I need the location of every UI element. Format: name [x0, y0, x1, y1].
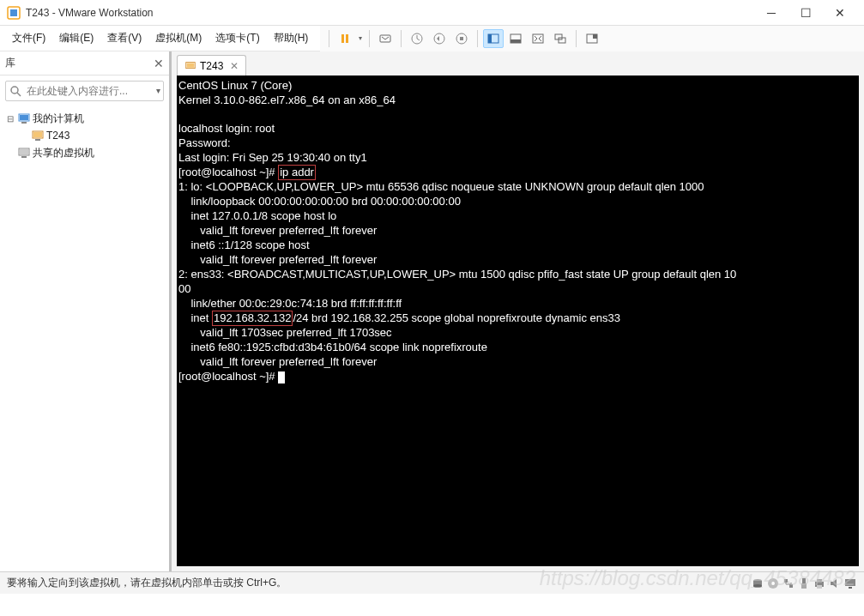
- twisty-icon: ⊟: [5, 114, 15, 124]
- thumbnail-button[interactable]: [582, 29, 602, 48]
- app-icon: [7, 6, 21, 20]
- svg-rect-38: [802, 578, 806, 583]
- svg-point-35: [771, 582, 775, 585]
- tree-label: 共享的虚拟机: [33, 146, 94, 160]
- svg-rect-41: [817, 579, 822, 583]
- svg-line-19: [17, 93, 21, 96]
- stretch-button[interactable]: [505, 29, 526, 48]
- shared-icon: [17, 146, 31, 160]
- sidebar-title: 库: [5, 56, 15, 70]
- svg-rect-12: [511, 39, 521, 43]
- svg-rect-44: [849, 587, 852, 589]
- menu-file[interactable]: 文件(F): [5, 28, 52, 48]
- status-device-icons: [751, 577, 857, 590]
- computer-icon: [17, 112, 31, 125]
- manage-snapshot-button[interactable]: [451, 29, 472, 48]
- terminal[interactable]: CentOS Linux 7 (Core) Kernel 3.10.0-862.…: [177, 75, 859, 566]
- svg-rect-30: [187, 63, 195, 67]
- menu-help[interactable]: 帮助(H): [267, 28, 316, 48]
- network-icon[interactable]: [782, 577, 795, 590]
- menu-edit[interactable]: 编辑(E): [52, 28, 100, 48]
- svg-rect-25: [35, 139, 40, 141]
- svg-rect-39: [801, 583, 807, 589]
- disk-icon[interactable]: [751, 577, 764, 590]
- svg-rect-22: [21, 122, 27, 124]
- svg-rect-2: [341, 34, 344, 43]
- sidebar-close-button[interactable]: ✕: [154, 57, 164, 70]
- menu-vm[interactable]: 虚拟机(M): [148, 28, 208, 48]
- tab-bar: T243 ✕: [172, 51, 864, 75]
- svg-rect-24: [33, 132, 42, 137]
- svg-rect-37: [789, 584, 793, 588]
- maximize-button[interactable]: ☐: [788, 1, 823, 25]
- close-button[interactable]: ✕: [823, 1, 857, 25]
- tree-item-t243[interactable]: T243: [2, 127, 167, 144]
- tree-root-mycomputer[interactable]: ⊟ 我的计算机: [2, 110, 167, 127]
- svg-point-18: [11, 87, 18, 94]
- revert-button[interactable]: [429, 29, 450, 48]
- highlight-ip: 192.168.32.132: [212, 311, 293, 326]
- vm-icon: [184, 60, 196, 72]
- tree-shared-vms[interactable]: 共享的虚拟机: [2, 144, 167, 161]
- menu-tabs[interactable]: 选项卡(T): [208, 28, 266, 48]
- cd-icon[interactable]: [766, 577, 780, 590]
- svg-rect-1: [10, 9, 17, 16]
- tab-label: T243: [200, 60, 223, 72]
- snapshot-button[interactable]: [407, 29, 427, 48]
- svg-rect-17: [593, 34, 597, 39]
- vm-icon: [31, 129, 45, 142]
- titlebar: T243 - VMware Workstation ─ ☐ ✕: [0, 0, 864, 26]
- svg-rect-28: [21, 156, 27, 158]
- menubar: 文件(F) 编辑(E) 查看(V) 虚拟机(M) 选项卡(T) 帮助(H): [0, 27, 320, 50]
- search-dropdown-icon[interactable]: ▾: [156, 86, 160, 95]
- minimize-button[interactable]: ─: [754, 1, 788, 25]
- svg-rect-43: [845, 579, 855, 586]
- search-input[interactable]: [5, 81, 164, 101]
- svg-rect-10: [488, 34, 492, 43]
- highlight-command: ip addr: [278, 165, 316, 180]
- tree-label: T243: [46, 130, 69, 142]
- menu-view[interactable]: 查看(V): [100, 28, 148, 48]
- console-view-button[interactable]: [483, 29, 504, 48]
- fullscreen-button[interactable]: [528, 29, 548, 48]
- svg-rect-36: [784, 579, 788, 583]
- tab-close-icon[interactable]: ✕: [230, 60, 239, 72]
- statusbar: 要将输入定向到该虚拟机，请在虚拟机内部单击或按 Ctrl+G。: [0, 571, 864, 594]
- tree-label: 我的计算机: [33, 112, 84, 126]
- status-text: 要将输入定向到该虚拟机，请在虚拟机内部单击或按 Ctrl+G。: [7, 576, 287, 590]
- library-tree: ⊟ 我的计算机 T243 共享的虚拟机: [0, 106, 169, 571]
- sidebar-header: 库 ✕: [0, 51, 169, 75]
- pause-dropdown-icon[interactable]: ▾: [357, 34, 364, 42]
- send-button[interactable]: [375, 29, 396, 48]
- svg-rect-27: [20, 149, 28, 154]
- search-icon: [9, 84, 22, 98]
- svg-rect-13: [533, 34, 543, 43]
- unity-button[interactable]: [550, 29, 571, 48]
- svg-rect-42: [817, 585, 822, 589]
- usb-icon[interactable]: [797, 577, 811, 590]
- svg-rect-8: [460, 37, 463, 40]
- sidebar-search: ▾: [5, 81, 164, 101]
- svg-rect-3: [346, 34, 348, 43]
- sidebar: 库 ✕ ▾ ⊟ 我的计算机 T243 共享的虚拟机: [0, 51, 172, 571]
- display-icon[interactable]: [843, 577, 857, 590]
- content-area: T243 ✕ CentOS Linux 7 (Core) Kernel 3.10…: [172, 51, 864, 571]
- svg-rect-4: [380, 35, 390, 42]
- svg-rect-21: [20, 115, 28, 120]
- printer-icon[interactable]: [813, 577, 826, 590]
- cursor: [278, 371, 285, 383]
- toolbar: ▾: [320, 26, 864, 51]
- sound-icon[interactable]: [828, 577, 842, 590]
- tab-t243[interactable]: T243 ✕: [177, 55, 246, 75]
- svg-point-33: [753, 584, 762, 588]
- pause-button[interactable]: [335, 29, 355, 48]
- window-title: T243 - VMware Workstation: [26, 7, 754, 19]
